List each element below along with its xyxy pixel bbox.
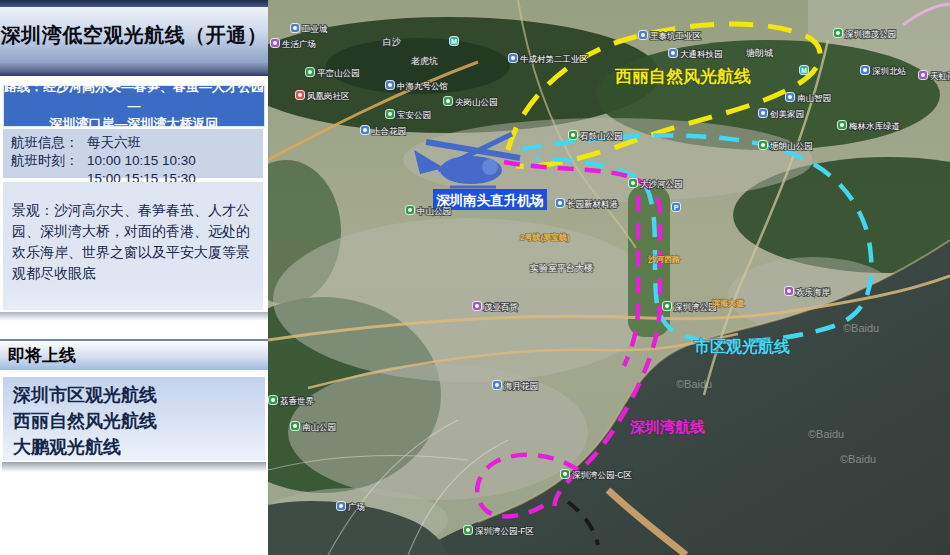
map-pin[interactable]: 欢乐海岸	[785, 287, 831, 297]
map-pin[interactable]: 平峦山公园	[306, 68, 360, 78]
map-pin[interactable]: 塘朗山公园	[759, 141, 813, 151]
map-pin[interactable]: 南山公园	[291, 422, 337, 432]
map-pin[interactable]: 荔香世界	[269, 396, 315, 406]
page-title-text: 深圳湾低空观光航线（开通）	[1, 22, 268, 49]
map-pin[interactable]: 深圳北站	[861, 66, 907, 76]
map-pin-label: 海月花园	[504, 381, 538, 391]
map-place-label: 塘朗城	[745, 48, 773, 58]
map-pin-label: 深圳湾公园-C区	[572, 470, 632, 480]
upcoming-box-shadow	[2, 462, 266, 472]
upcoming-header: 即将上线	[0, 339, 268, 370]
map-pin[interactable]: 牛成村第二工业区	[509, 54, 589, 64]
upcoming-route-xili: 西丽自然风光航线	[13, 408, 265, 434]
svg-text:M: M	[801, 67, 807, 74]
upcoming-route-dapeng: 大鹏观光航线	[13, 434, 265, 460]
route-line-1: 路线：经沙河高尔夫—春笋、春茧—人才公园—	[4, 78, 264, 116]
title-bottom-band	[0, 63, 268, 76]
map-pin[interactable]: 尖岗山公园	[444, 97, 498, 107]
map-pin[interactable]: 深圳湾公园-C区	[561, 470, 632, 480]
map-pin[interactable]: 中山公园	[406, 206, 452, 216]
baidu-watermark: ©Baidu	[840, 453, 876, 465]
map-pin[interactable]: 大通科技园	[669, 49, 723, 59]
map-pin-label: 中山公园	[417, 206, 451, 216]
map-pin[interactable]: M	[450, 37, 459, 46]
slide: 深圳湾低空观光航线（开通） 路线：经沙河高尔夫—春笋、春茧—人才公园— 深圳湾口…	[0, 0, 950, 555]
map-pin-label: 凤凰岗社区	[307, 91, 350, 101]
map-pin-label: 王泰坑工业区	[650, 31, 701, 41]
map-pin-label: 石鼓山公园	[580, 131, 623, 141]
title-top-strip	[0, 0, 268, 7]
map-place-label: 老虎坑	[411, 56, 438, 66]
map-pin-label: 长园新材料港	[567, 199, 618, 209]
info-panel: 深圳湾低空观光航线（开通） 路线：经沙河高尔夫—春笋、春茧—人才公园— 深圳湾口…	[0, 0, 268, 555]
road-label: 滨海大道	[711, 298, 745, 308]
map-pin[interactable]: 深圳湾公园	[663, 302, 717, 312]
bay-route-label: 深圳湾航线	[629, 418, 705, 435]
map-pin[interactable]: 深圳湾公园-F区	[464, 526, 535, 536]
map-pin-label: 生活广场	[282, 39, 316, 49]
road-label: 2号线(罗宝线)	[520, 232, 570, 242]
map-pin-label: 创美家园	[769, 109, 804, 119]
map-pin-label: 工业城	[301, 24, 328, 34]
map-pin[interactable]: 凤凰岗社区	[296, 91, 350, 101]
map-pin-label: 南山公园	[302, 422, 336, 432]
baidu-watermark: ©Baidu	[843, 322, 879, 334]
map-pin[interactable]: 工业城	[291, 24, 329, 34]
upcoming-routes-box: 深圳市区观光航线 西丽自然风光航线 大鹏观光航线	[2, 376, 266, 462]
map-pin-label: 平峦山公园	[317, 68, 360, 78]
map-pin-label: 深圳湾公园	[674, 302, 717, 312]
map-place-label: 白沙	[383, 37, 401, 47]
map-pin[interactable]: 大沙河公园	[629, 179, 683, 189]
map-pin[interactable]: 石鼓山公园	[569, 131, 623, 141]
xili-route-label: 西丽自然风光航线	[614, 67, 751, 86]
baidu-watermark: ©Baidu	[676, 378, 712, 390]
map-pin-label: 欢乐海岸	[796, 287, 831, 297]
map-pin-label: 宝安公园	[397, 110, 431, 120]
map-pin[interactable]: 生活广场	[271, 39, 317, 49]
route-description-box: 路线：经沙河高尔夫—春笋、春茧—人才公园— 深圳湾口岸—深圳湾大桥返回	[3, 85, 265, 127]
map-pin-label: 牛成村第二工业区	[520, 54, 588, 64]
map-pin-label: 深圳湾公园-F区	[475, 526, 534, 536]
flight-time-label: 航班时刻：	[11, 152, 87, 170]
map-pin[interactable]: 海月花园	[493, 381, 539, 391]
map-pin-label: 南山智园	[797, 93, 831, 103]
map-pin[interactable]: 创美家园	[759, 109, 805, 119]
baidu-watermark: ©Baidu	[808, 428, 844, 440]
schedule-box: 航班信息： 每天六班 航班时刻： 10:00 10:15 10:30 15:00…	[3, 129, 263, 178]
map-pin-label: 深圳德茂公园	[845, 29, 896, 39]
svg-text:M: M	[451, 38, 457, 45]
flight-info-value: 每天六班	[87, 134, 141, 152]
map-pin[interactable]: M	[800, 66, 809, 75]
panel-divider	[0, 312, 268, 321]
map-pin[interactable]: 南山智园	[786, 93, 832, 103]
map-pin-label: 荔香世界	[280, 396, 315, 406]
map-pin[interactable]: 天虹商场	[919, 71, 950, 81]
map-pin[interactable]: 上合花园	[361, 126, 407, 136]
scenery-description: 景观：沙河高尔夫、春笋春茧、人才公园、深圳湾大桥，对面的香港、远处的欢乐海岸、世…	[3, 182, 263, 310]
map-pin-label: 大沙河公园	[640, 179, 683, 189]
svg-text:P: P	[674, 204, 679, 211]
upcoming-route-city: 深圳市区观光航线	[13, 382, 265, 408]
title-banner: 深圳湾低空观光航线（开通）	[0, 0, 268, 80]
map-pin[interactable]: 茂业百货	[473, 302, 519, 312]
road-label: 沙河西路	[647, 255, 680, 264]
map-pin-label: 塘朗山公园	[769, 141, 813, 151]
upcoming-header-text: 即将上线	[8, 344, 76, 367]
map-pin-label: 天虹商场	[930, 71, 950, 81]
flight-info-label: 航班信息：	[11, 134, 87, 152]
map-pin-label: 中海九号公馆	[397, 81, 448, 91]
map-pin-label: 上合花园	[372, 126, 406, 136]
map-pin-label: 广场	[348, 502, 365, 512]
map-place-label: 实验室平台大楼	[530, 263, 593, 273]
satellite-map[interactable]: 深圳南头直升机场 西丽自然风光航线 市区观光航线 深圳湾航线 工业城生活广场平峦…	[268, 0, 950, 555]
flight-time-row1: 10:00 10:15 10:30	[87, 152, 196, 170]
map-pin[interactable]: 广场	[337, 502, 366, 512]
map-pin-label: 大通科技园	[680, 49, 723, 59]
map-pin-label: 深圳北站	[872, 66, 907, 76]
map-pin[interactable]: P	[672, 203, 681, 212]
heliport-label: 深圳南头直升机场	[435, 193, 544, 208]
urban-route-label: 市区观光航线	[694, 337, 790, 355]
map-pin-label: 梅林水库绿道	[848, 121, 900, 131]
page-title: 深圳湾低空观光航线（开通）	[0, 7, 268, 63]
map-pin[interactable]: 宝安公园	[386, 110, 432, 120]
